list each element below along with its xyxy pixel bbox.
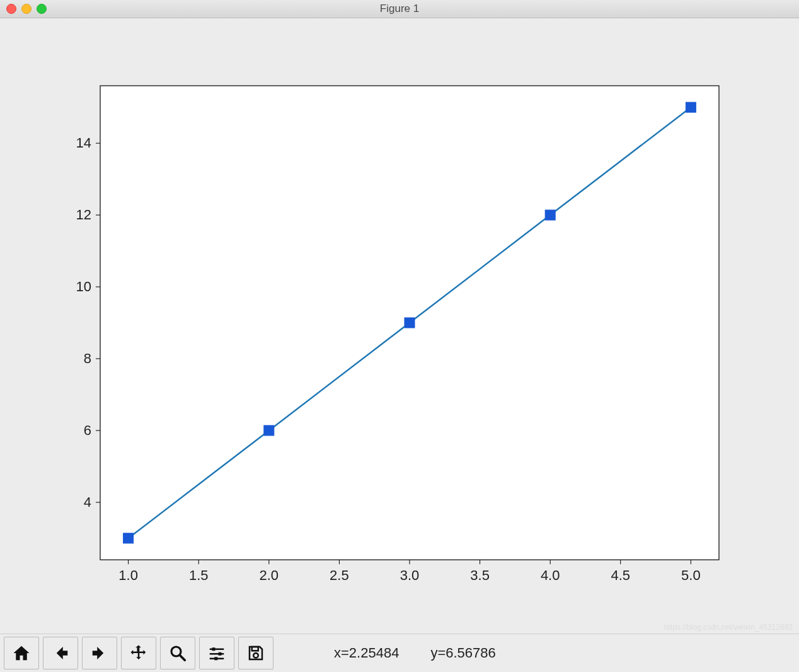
save-button[interactable] (238, 637, 273, 669)
cursor-y: y=6.56786 (430, 645, 495, 661)
forward-button[interactable] (82, 637, 117, 669)
magnify-icon (168, 644, 187, 663)
minimize-icon[interactable] (21, 4, 32, 14)
plot-area[interactable]: 1.01.52.02.53.03.54.04.55.0468101214 (0, 18, 799, 634)
data-marker (405, 318, 415, 328)
x-tick-label: 4.0 (541, 567, 560, 583)
svg-rect-7 (214, 657, 217, 660)
back-button[interactable] (43, 637, 78, 669)
svg-line-1 (180, 656, 185, 661)
home-icon (12, 644, 31, 663)
traffic-lights (6, 4, 47, 14)
y-tick-label: 10 (76, 279, 91, 294)
svg-rect-5 (212, 647, 216, 651)
floppy-icon (246, 644, 265, 663)
y-tick-label: 14 (76, 135, 91, 151)
matplotlib-toolbar: x=2.25484 y=6.56786 (0, 634, 799, 672)
configure-button[interactable] (199, 637, 234, 669)
move-icon (129, 644, 148, 663)
svg-rect-6 (219, 652, 222, 656)
x-tick-label: 3.5 (470, 567, 490, 583)
x-tick-label: 2.0 (260, 567, 279, 583)
arrow-right-icon (90, 644, 109, 663)
close-icon[interactable] (6, 4, 16, 14)
x-tick-label: 1.5 (189, 567, 209, 583)
arrow-left-icon (51, 644, 70, 663)
data-marker (124, 533, 134, 543)
x-tick-label: 2.5 (330, 567, 349, 583)
cursor-coordinates: x=2.25484 y=6.56786 (334, 645, 496, 661)
y-tick-label: 4 (84, 494, 91, 510)
svg-rect-8 (252, 647, 258, 651)
zoom-button[interactable] (160, 637, 195, 669)
x-tick-label: 4.5 (611, 567, 630, 583)
cursor-x: x=2.25484 (334, 645, 399, 661)
y-tick-label: 12 (76, 207, 91, 223)
window-title: Figure 1 (380, 3, 419, 15)
svg-point-9 (253, 653, 258, 658)
data-marker (686, 102, 696, 112)
data-marker (545, 210, 555, 220)
zoom-window-icon[interactable] (37, 4, 47, 14)
x-tick-label: 5.0 (681, 567, 701, 583)
sliders-icon (207, 644, 226, 663)
pan-button[interactable] (121, 637, 156, 669)
data-marker (264, 426, 274, 436)
titlebar: Figure 1 (0, 0, 799, 18)
x-tick-label: 1.0 (118, 567, 138, 583)
figure-window: Figure 1 1.01.52.02.53.03.54.04.55.04681… (0, 0, 799, 672)
x-tick-label: 3.0 (400, 567, 420, 583)
y-tick-label: 8 (84, 350, 91, 366)
chart-canvas[interactable]: 1.01.52.02.53.03.54.04.55.0468101214 (0, 18, 799, 634)
y-tick-label: 6 (84, 422, 91, 438)
home-button[interactable] (4, 637, 39, 669)
